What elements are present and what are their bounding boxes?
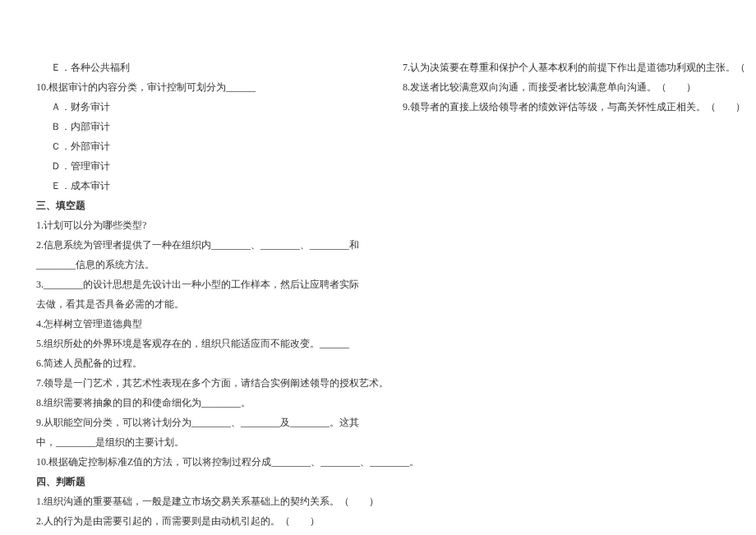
q10-option-b: Ｂ．内部审计 [25, 117, 362, 136]
fill-q3: 3.________的设计思想是先设计出一种小型的工作样本，然后让应聘者实际去做… [25, 274, 362, 314]
judge-q7: 7.认为决策要在尊重和保护个人基本权利的前提下作出是道德功利观的主张。（ ） [403, 58, 731, 77]
fill-q1: 1.计划可以分为哪些类型? [25, 215, 362, 235]
section4-title: 四、判断题 [25, 472, 362, 491]
fill-q2: 2.信息系统为管理者提供了一种在组织内________、________、___… [25, 235, 362, 274]
q10-stem: 10.根据审计的内容分类，审计控制可划分为______ [25, 77, 362, 97]
fill-q5: 5.组织所处的外界环境是客观存在的，组织只能适应而不能改变。______ [25, 334, 362, 353]
q10-option-d: Ｄ．管理审计 [25, 156, 362, 176]
section3-title: 三、填空题 [25, 196, 362, 215]
judge-q2: 2.人的行为是由需要引起的，而需要则是由动机引起的。（ ） [25, 511, 362, 531]
q9-option-e: Ｅ．各种公共福利 [25, 58, 362, 77]
fill-q4: 4.怎样树立管理道德典型 [25, 314, 362, 334]
fill-q8: 8.组织需要将抽象的目的和使命细化为________。 [25, 393, 362, 413]
q10-option-c: Ｃ．外部审计 [25, 136, 362, 156]
judge-q3: 3.所有的领导者都处于管理岗位。（ ） [25, 531, 362, 535]
judge-q9: 9.领导者的直接上级给领导者的绩效评估等级，与高关怀性成正相关。（ ） [403, 97, 731, 117]
fill-q6: 6.简述人员配备的过程。 [25, 353, 362, 373]
fill-q10: 10.根据确定控制标准Z值的方法，可以将控制过程分成________、_____… [25, 452, 362, 472]
q10-option-a: Ａ．财务审计 [25, 97, 362, 117]
q10-option-e: Ｅ．成本审计 [25, 176, 362, 196]
fill-q7: 7.领导是一门艺术，其艺术性表现在多个方面，请结合实例阐述领导的授权艺术。 [25, 373, 362, 393]
judge-q1: 1.组织沟通的重要基础，一般是建立市场交易关系基础上的契约关系。（ ） [25, 491, 362, 511]
judge-q8: 8.发送者比较满意双向沟通，而接受者比较满意单向沟通。（ ） [403, 77, 731, 97]
fill-q9: 9.从职能空间分类，可以将计划分为________、________及_____… [25, 413, 362, 452]
